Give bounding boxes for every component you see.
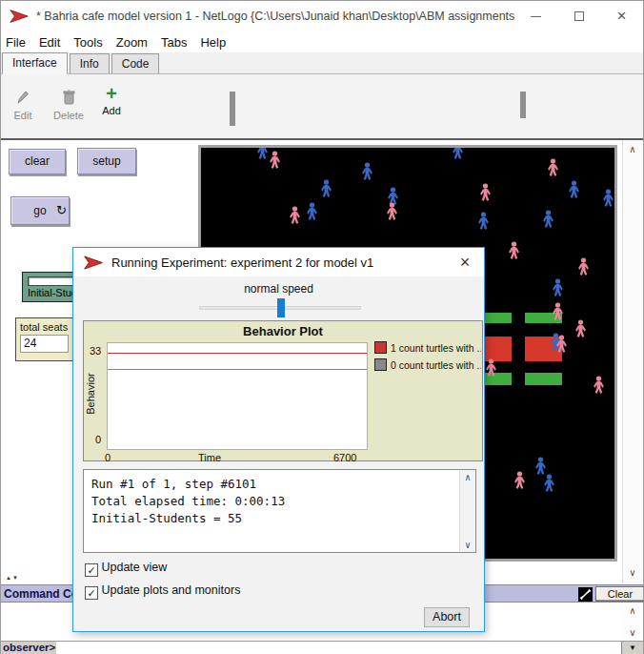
- y-axis-label: Behavior: [85, 365, 96, 422]
- plot-series-line: [108, 369, 367, 370]
- pink-person-turtle: [547, 158, 559, 176]
- agent-type-dropdown[interactable]: ▼: [621, 642, 643, 654]
- diagonal-expand-icon: [578, 587, 593, 602]
- experiment-output-lines: Run #1 of 1, step #6101Total elapsed tim…: [84, 470, 475, 533]
- pink-person-turtle: [574, 319, 587, 337]
- blue-person-turtle: [542, 210, 554, 228]
- blue-person-turtle: [320, 179, 332, 197]
- maximize-icon: [574, 11, 584, 21]
- menu-bar: FileEditToolsZoomTabsHelp: [1, 31, 643, 52]
- blue-person-turtle: [477, 212, 490, 230]
- legend-swatch-icon: [374, 358, 387, 371]
- update-view-checkbox[interactable]: ✓ Update view: [85, 561, 167, 577]
- pink-person-turtle: [386, 202, 398, 220]
- plot-title: Behavior Plot: [84, 321, 482, 338]
- blue-person-turtle: [543, 474, 555, 492]
- experiment-output-area: Run #1 of 1, step #6101Total elapsed tim…: [83, 469, 476, 553]
- setup-button[interactable]: setup: [77, 148, 136, 174]
- green-shelf: [525, 373, 562, 385]
- menu-item-help[interactable]: Help: [200, 35, 226, 50]
- dialog-title-bar: Running Experiment: experiment 2 for mod…: [73, 248, 484, 276]
- edit-tool-button[interactable]: Edit: [9, 90, 37, 121]
- x-axis-max-tick: 6700: [333, 452, 356, 463]
- dialog-close-button[interactable]: ×: [446, 249, 484, 276]
- netlogo-window: * Bahria cafe model version 1 - NetLogo …: [0, 0, 644, 654]
- observer-prompt: observer>: [3, 642, 55, 653]
- blue-person-turtle: [534, 457, 547, 475]
- command-line: observer> ▼: [1, 641, 643, 654]
- blue-person-turtle: [452, 145, 464, 159]
- scroll-down-icon[interactable]: ∨: [460, 540, 475, 550]
- minimize-icon: [531, 16, 541, 17]
- pink-person-turtle: [479, 183, 492, 201]
- menu-item-tabs[interactable]: Tabs: [161, 35, 187, 50]
- toolbar: Edit Delete + Add abc Button ▼ normal sp…: [1, 74, 643, 140]
- command-input[interactable]: [56, 642, 622, 654]
- tab-info[interactable]: Info: [70, 53, 110, 73]
- abort-button[interactable]: Abort: [424, 607, 470, 627]
- scroll-down-icon[interactable]: ∨: [623, 627, 642, 638]
- dialog-speed-slider-thumb[interactable]: [277, 298, 285, 317]
- go-button[interactable]: go ↻: [10, 196, 70, 225]
- pencil-icon: [16, 90, 30, 105]
- title-bar: * Bahria cafe model version 1 - NetLogo …: [1, 1, 643, 31]
- blue-person-turtle: [361, 162, 373, 180]
- dialog-speed-label: normal speed: [73, 282, 484, 296]
- scroll-up-icon[interactable]: ∧: [623, 605, 642, 616]
- window-title: * Bahria cafe model version 1 - NetLogo …: [36, 10, 514, 23]
- pink-person-turtle: [593, 376, 605, 394]
- splitter-resize-handle[interactable]: ▲▼: [6, 575, 19, 581]
- menu-item-file[interactable]: File: [6, 35, 26, 50]
- tab-bar: InterfaceInfoCode: [1, 52, 643, 74]
- scroll-up-icon[interactable]: ∧: [460, 472, 475, 482]
- plot-series-line: [108, 353, 367, 354]
- legend-label: 1 count turtles with ...: [391, 342, 481, 354]
- scroll-up-icon[interactable]: ∧: [623, 144, 642, 154]
- monitor-label: total seats: [20, 321, 69, 333]
- trash-icon: [63, 90, 75, 105]
- clear-button[interactable]: clear: [9, 149, 66, 174]
- pink-person-turtle: [555, 335, 568, 353]
- netlogo-logo-icon: [83, 255, 104, 270]
- interface-vertical-scrollbar[interactable]: ∧ ∨: [622, 140, 642, 583]
- checkbox-checked-icon: ✓: [85, 563, 98, 577]
- plot-area: [107, 342, 368, 450]
- blue-person-turtle: [602, 189, 614, 207]
- expand-command-center-button[interactable]: [578, 587, 593, 602]
- pink-person-turtle: [289, 206, 301, 224]
- tab-interface[interactable]: Interface: [2, 52, 68, 74]
- total-seats-monitor: total seats 24: [15, 317, 73, 361]
- toolbar-separator: [230, 92, 235, 126]
- close-button[interactable]: ×: [600, 1, 643, 31]
- menu-item-edit[interactable]: Edit: [39, 35, 60, 50]
- output-scrollbar[interactable]: ∧ ∨: [459, 470, 475, 552]
- x-axis-label: Time: [198, 452, 221, 463]
- legend-entry: 0 count turtles with ...: [374, 358, 481, 371]
- pink-person-turtle: [485, 358, 497, 377]
- blue-person-turtle: [306, 202, 318, 220]
- blue-person-turtle: [256, 145, 269, 159]
- command-center-scrollbar[interactable]: ∧ ∨: [623, 603, 642, 641]
- plot-legend: 1 count turtles with ...0 count turtles …: [374, 341, 481, 376]
- add-tool-button[interactable]: + Add: [96, 86, 127, 116]
- pink-person-turtle: [508, 241, 520, 259]
- x-axis-min-tick: 0: [105, 452, 111, 463]
- output-line: Total elapsed time: 0:00:13: [91, 493, 468, 510]
- menu-item-zoom[interactable]: Zoom: [116, 35, 148, 50]
- checkbox-label: Update plots and monitors: [98, 583, 240, 597]
- output-line: Run #1 of 1, step #6101: [91, 476, 468, 493]
- dialog-speed-slider[interactable]: [199, 306, 361, 310]
- plus-icon: +: [106, 83, 117, 104]
- tab-code[interactable]: Code: [111, 53, 160, 73]
- maximize-button[interactable]: [557, 1, 600, 31]
- y-axis-max-tick: 33: [90, 345, 101, 357]
- scroll-down-icon[interactable]: ∨: [623, 567, 642, 578]
- output-line: Initial-Students = 55: [91, 510, 468, 527]
- menu-item-tools[interactable]: Tools: [73, 35, 102, 50]
- update-plots-checkbox[interactable]: ✓ Update plots and monitors: [85, 583, 240, 600]
- minimize-button[interactable]: [514, 1, 557, 31]
- delete-tool-button[interactable]: Delete: [50, 90, 87, 121]
- legend-label: 0 count turtles with ...: [391, 359, 481, 371]
- command-center-clear-button[interactable]: Clear: [595, 586, 644, 602]
- blue-person-turtle: [568, 180, 580, 198]
